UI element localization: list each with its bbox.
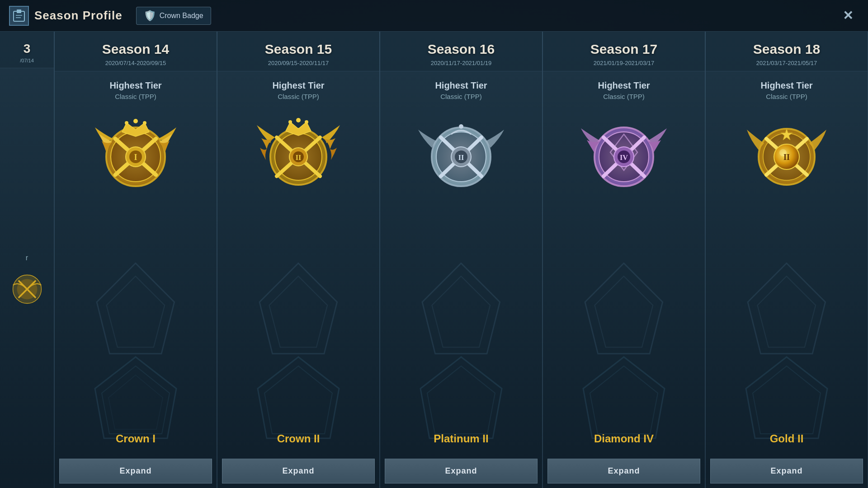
season-18-rank: Gold II — [770, 432, 804, 450]
season-18-title: Season 18 — [713, 42, 860, 57]
season-17-title: Season 17 — [550, 42, 698, 57]
close-button[interactable]: ✕ — [836, 5, 859, 27]
season-14-emblem: I — [90, 109, 181, 200]
season-16-expand-button[interactable]: Expand — [385, 459, 538, 483]
season-16-dates: 2020/11/17-2021/01/19 — [387, 60, 535, 66]
season-18-mode: Classic (TPP) — [766, 93, 807, 100]
svg-point-32 — [305, 120, 308, 124]
season-16-tier-label: Highest Tier — [435, 80, 487, 91]
season-14-mode: Classic (TPP) — [115, 93, 156, 100]
header: Season Profile 🛡️ Crown Badge ✕ — [0, 0, 868, 32]
season-card-16: Season 16 2020/11/17-2021/01/19 Highest … — [380, 32, 542, 488]
season-card-14: Season 14 2020/07/14-2020/09/15 Highest … — [54, 32, 217, 488]
season-15-emblem: II — [253, 109, 344, 200]
crown-badge-label: Crown Badge — [160, 12, 203, 20]
season-17-rank: Diamond IV — [594, 432, 654, 450]
season-15-header: Season 15 2020/09/15-2020/11/17 — [217, 32, 379, 71]
season-16-header: Season 16 2020/11/17-2021/01/19 — [380, 32, 542, 71]
season-15-dates: 2020/09/15-2020/11/17 — [225, 60, 372, 66]
season-card-17: Season 17 2021/01/19-2021/03/17 Highest … — [542, 32, 705, 488]
season-14-rank: Crown I — [116, 432, 156, 450]
partial-season-dates: /07/14 — [5, 58, 49, 63]
svg-point-19 — [133, 119, 138, 123]
partial-emblem — [7, 267, 47, 312]
partial-card-body: r — [0, 68, 54, 488]
season-15-tier-label: Highest Tier — [272, 80, 324, 91]
season-14-body: Highest Tier Classic (TPP) — [55, 71, 217, 454]
season-18-header: Season 18 2021/03/17-2021/05/17 — [706, 32, 868, 71]
season-18-tier-label: Highest Tier — [760, 80, 812, 91]
season-16-emblem: II — [416, 109, 506, 200]
season-17-header: Season 17 2021/01/19-2021/03/17 — [543, 32, 705, 71]
season-16-title: Season 16 — [387, 42, 535, 57]
partial-season-number: 3 — [5, 42, 49, 56]
season-14-dates: 2020/07/14-2020/09/15 — [62, 60, 209, 66]
svg-point-30 — [288, 120, 292, 124]
season-15-expand-button[interactable]: Expand — [222, 459, 375, 483]
svg-text:II: II — [458, 154, 464, 161]
season-14-title: Season 14 — [62, 42, 209, 57]
svg-point-31 — [296, 118, 301, 122]
seasons-container: 3 /07/14 r — [0, 32, 868, 488]
season-profile-icon — [9, 6, 29, 26]
season-18-emblem: II — [741, 109, 832, 200]
svg-text:I: I — [134, 153, 137, 162]
season-16-mode: Classic (TPP) — [440, 93, 482, 100]
season-17-dates: 2021/01/19-2021/03/17 — [550, 60, 698, 66]
season-15-body: Highest Tier Classic (TPP) — [217, 71, 379, 454]
page-title: Season Profile — [34, 9, 123, 23]
season-17-mode: Classic (TPP) — [603, 93, 645, 100]
season-17-body: Highest Tier Classic (TPP) — [543, 71, 705, 454]
season-14-tier-label: Highest Tier — [109, 80, 161, 91]
season-card-15: Season 15 2020/09/15-2020/11/17 Highest … — [217, 32, 380, 488]
season-17-tier-label: Highest Tier — [598, 80, 650, 91]
season-18-dates: 2021/03/17-2021/05/17 — [713, 60, 860, 66]
svg-text:IV: IV — [620, 154, 628, 161]
season-15-mode: Classic (TPP) — [278, 93, 319, 100]
season-15-title: Season 15 — [225, 42, 372, 57]
season-18-expand-button[interactable]: Expand — [710, 459, 863, 483]
svg-point-18 — [125, 121, 128, 125]
season-17-emblem: IV — [579, 109, 669, 200]
crown-badge-icon: 🛡️ — [144, 10, 156, 22]
season-16-body: Highest Tier Classic (TPP) — [380, 71, 542, 454]
season-16-rank: Platinum II — [434, 432, 488, 450]
svg-rect-1 — [17, 9, 21, 13]
partial-card-header: 3 /07/14 — [0, 32, 54, 68]
svg-text:II: II — [783, 153, 790, 162]
crown-badge-container: 🛡️ Crown Badge — [136, 7, 211, 25]
season-18-body: Highest Tier Classic (TPP) — [706, 71, 868, 454]
season-15-rank: Crown II — [277, 432, 320, 450]
season-card-18: Season 18 2021/03/17-2021/05/17 Highest … — [705, 32, 868, 488]
svg-point-20 — [143, 121, 146, 125]
season-17-expand-button[interactable]: Expand — [547, 459, 700, 483]
season-card-partial: 3 /07/14 r — [0, 32, 54, 488]
season-14-expand-button[interactable]: Expand — [59, 459, 212, 483]
svg-text:II: II — [296, 154, 301, 161]
svg-point-42 — [459, 124, 463, 129]
season-14-header: Season 14 2020/07/14-2020/09/15 — [55, 32, 217, 71]
